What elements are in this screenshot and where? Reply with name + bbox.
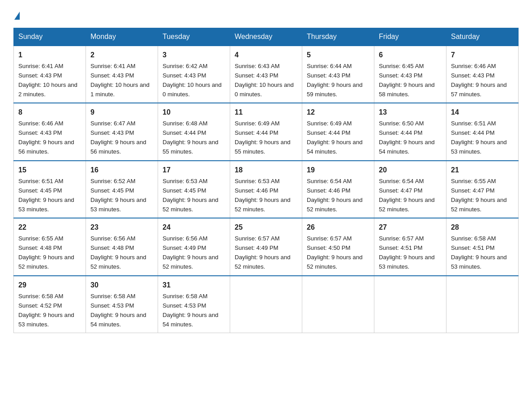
day-number: 27 <box>379 222 442 233</box>
day-number: 2 <box>90 50 153 61</box>
calendar-cell: 31 Sunrise: 6:58 AMSunset: 4:53 PMDaylig… <box>158 276 230 333</box>
day-number: 7 <box>451 50 514 61</box>
cell-info: Sunrise: 6:57 AMSunset: 4:49 PMDaylight:… <box>235 235 291 270</box>
calendar-week-row: 8 Sunrise: 6:46 AMSunset: 4:43 PMDayligh… <box>14 103 519 160</box>
cell-info: Sunrise: 6:58 AMSunset: 4:51 PMDaylight:… <box>451 235 507 270</box>
calendar-cell: 21 Sunrise: 6:55 AMSunset: 4:47 PMDaylig… <box>446 161 519 218</box>
logo-triangle-icon <box>14 12 20 20</box>
cell-info: Sunrise: 6:45 AMSunset: 4:43 PMDaylight:… <box>379 63 435 98</box>
cell-info: Sunrise: 6:58 AMSunset: 4:53 PMDaylight:… <box>163 293 219 328</box>
cell-info: Sunrise: 6:56 AMSunset: 4:48 PMDaylight:… <box>90 235 146 270</box>
calendar-header-thursday: Thursday <box>302 28 374 46</box>
day-number: 30 <box>90 280 153 291</box>
cell-info: Sunrise: 6:57 AMSunset: 4:51 PMDaylight:… <box>379 235 435 270</box>
cell-info: Sunrise: 6:51 AMSunset: 4:44 PMDaylight:… <box>451 120 507 155</box>
calendar-header-wednesday: Wednesday <box>230 28 302 46</box>
day-number: 28 <box>451 222 514 233</box>
cell-info: Sunrise: 6:49 AMSunset: 4:44 PMDaylight:… <box>307 120 363 155</box>
day-number: 31 <box>163 280 225 291</box>
day-number: 8 <box>18 107 81 118</box>
cell-info: Sunrise: 6:41 AMSunset: 4:43 PMDaylight:… <box>90 63 150 98</box>
calendar-cell <box>230 276 302 333</box>
calendar-cell: 10 Sunrise: 6:48 AMSunset: 4:44 PMDaylig… <box>158 103 230 160</box>
day-number: 10 <box>163 107 225 118</box>
page-header <box>13 9 519 20</box>
day-number: 22 <box>18 222 81 233</box>
cell-info: Sunrise: 6:41 AMSunset: 4:43 PMDaylight:… <box>18 63 77 98</box>
cell-info: Sunrise: 6:58 AMSunset: 4:53 PMDaylight:… <box>90 293 146 328</box>
calendar-cell: 24 Sunrise: 6:56 AMSunset: 4:49 PMDaylig… <box>158 218 230 275</box>
day-number: 24 <box>163 222 225 233</box>
calendar-cell: 3 Sunrise: 6:42 AMSunset: 4:43 PMDayligh… <box>158 46 230 103</box>
cell-info: Sunrise: 6:49 AMSunset: 4:44 PMDaylight:… <box>235 120 291 155</box>
cell-info: Sunrise: 6:54 AMSunset: 4:46 PMDaylight:… <box>307 178 363 213</box>
calendar-cell: 16 Sunrise: 6:52 AMSunset: 4:45 PMDaylig… <box>86 161 158 218</box>
cell-info: Sunrise: 6:48 AMSunset: 4:44 PMDaylight:… <box>163 120 219 155</box>
calendar-cell <box>374 276 446 333</box>
calendar-cell: 25 Sunrise: 6:57 AMSunset: 4:49 PMDaylig… <box>230 218 302 275</box>
day-number: 6 <box>379 50 442 61</box>
day-number: 26 <box>307 222 369 233</box>
day-number: 4 <box>235 50 297 61</box>
calendar-header-row: SundayMondayTuesdayWednesdayThursdayFrid… <box>14 28 519 46</box>
calendar-header-friday: Friday <box>374 28 446 46</box>
calendar-header-sunday: Sunday <box>14 28 86 46</box>
day-number: 18 <box>235 165 297 176</box>
calendar-cell: 30 Sunrise: 6:58 AMSunset: 4:53 PMDaylig… <box>86 276 158 333</box>
cell-info: Sunrise: 6:53 AMSunset: 4:45 PMDaylight:… <box>163 178 219 213</box>
calendar-cell: 7 Sunrise: 6:46 AMSunset: 4:43 PMDayligh… <box>446 46 519 103</box>
calendar-cell: 27 Sunrise: 6:57 AMSunset: 4:51 PMDaylig… <box>374 218 446 275</box>
day-number: 16 <box>90 165 153 176</box>
cell-info: Sunrise: 6:53 AMSunset: 4:46 PMDaylight:… <box>235 178 291 213</box>
calendar-cell: 29 Sunrise: 6:58 AMSunset: 4:52 PMDaylig… <box>14 276 86 333</box>
calendar-header-monday: Monday <box>86 28 158 46</box>
cell-info: Sunrise: 6:47 AMSunset: 4:43 PMDaylight:… <box>90 120 146 155</box>
day-number: 3 <box>163 50 225 61</box>
cell-info: Sunrise: 6:46 AMSunset: 4:43 PMDaylight:… <box>451 63 507 98</box>
day-number: 5 <box>307 50 369 61</box>
cell-info: Sunrise: 6:57 AMSunset: 4:50 PMDaylight:… <box>307 235 363 270</box>
cell-info: Sunrise: 6:44 AMSunset: 4:43 PMDaylight:… <box>307 63 363 98</box>
day-number: 15 <box>18 165 81 176</box>
cell-info: Sunrise: 6:58 AMSunset: 4:52 PMDaylight:… <box>18 293 74 328</box>
calendar-week-row: 1 Sunrise: 6:41 AMSunset: 4:43 PMDayligh… <box>14 46 519 103</box>
calendar-cell: 5 Sunrise: 6:44 AMSunset: 4:43 PMDayligh… <box>302 46 374 103</box>
calendar-header-tuesday: Tuesday <box>158 28 230 46</box>
calendar-cell: 12 Sunrise: 6:49 AMSunset: 4:44 PMDaylig… <box>302 103 374 160</box>
calendar-cell: 6 Sunrise: 6:45 AMSunset: 4:43 PMDayligh… <box>374 46 446 103</box>
day-number: 29 <box>18 280 81 291</box>
cell-info: Sunrise: 6:51 AMSunset: 4:45 PMDaylight:… <box>18 178 74 213</box>
cell-info: Sunrise: 6:50 AMSunset: 4:44 PMDaylight:… <box>379 120 435 155</box>
cell-info: Sunrise: 6:42 AMSunset: 4:43 PMDaylight:… <box>163 63 222 98</box>
day-number: 23 <box>90 222 153 233</box>
calendar-header-saturday: Saturday <box>446 28 519 46</box>
calendar-week-row: 15 Sunrise: 6:51 AMSunset: 4:45 PMDaylig… <box>14 161 519 218</box>
day-number: 25 <box>235 222 297 233</box>
calendar-cell: 14 Sunrise: 6:51 AMSunset: 4:44 PMDaylig… <box>446 103 519 160</box>
calendar-cell: 15 Sunrise: 6:51 AMSunset: 4:45 PMDaylig… <box>14 161 86 218</box>
cell-info: Sunrise: 6:56 AMSunset: 4:49 PMDaylight:… <box>163 235 219 270</box>
calendar-cell: 1 Sunrise: 6:41 AMSunset: 4:43 PMDayligh… <box>14 46 86 103</box>
day-number: 21 <box>451 165 514 176</box>
calendar-cell: 26 Sunrise: 6:57 AMSunset: 4:50 PMDaylig… <box>302 218 374 275</box>
day-number: 17 <box>163 165 225 176</box>
logo <box>13 9 21 20</box>
cell-info: Sunrise: 6:55 AMSunset: 4:47 PMDaylight:… <box>451 178 507 213</box>
calendar-cell: 18 Sunrise: 6:53 AMSunset: 4:46 PMDaylig… <box>230 161 302 218</box>
day-number: 11 <box>235 107 297 118</box>
cell-info: Sunrise: 6:55 AMSunset: 4:48 PMDaylight:… <box>18 235 74 270</box>
cell-info: Sunrise: 6:54 AMSunset: 4:47 PMDaylight:… <box>379 178 435 213</box>
cell-info: Sunrise: 6:46 AMSunset: 4:43 PMDaylight:… <box>18 120 74 155</box>
calendar-cell: 28 Sunrise: 6:58 AMSunset: 4:51 PMDaylig… <box>446 218 519 275</box>
day-number: 9 <box>90 107 153 118</box>
calendar-cell: 11 Sunrise: 6:49 AMSunset: 4:44 PMDaylig… <box>230 103 302 160</box>
day-number: 12 <box>307 107 369 118</box>
calendar-week-row: 22 Sunrise: 6:55 AMSunset: 4:48 PMDaylig… <box>14 218 519 275</box>
calendar-table: SundayMondayTuesdayWednesdayThursdayFrid… <box>13 28 519 333</box>
calendar-cell: 19 Sunrise: 6:54 AMSunset: 4:46 PMDaylig… <box>302 161 374 218</box>
day-number: 20 <box>379 165 442 176</box>
calendar-cell: 2 Sunrise: 6:41 AMSunset: 4:43 PMDayligh… <box>86 46 158 103</box>
calendar-week-row: 29 Sunrise: 6:58 AMSunset: 4:52 PMDaylig… <box>14 276 519 333</box>
calendar-cell: 17 Sunrise: 6:53 AMSunset: 4:45 PMDaylig… <box>158 161 230 218</box>
calendar-cell: 9 Sunrise: 6:47 AMSunset: 4:43 PMDayligh… <box>86 103 158 160</box>
